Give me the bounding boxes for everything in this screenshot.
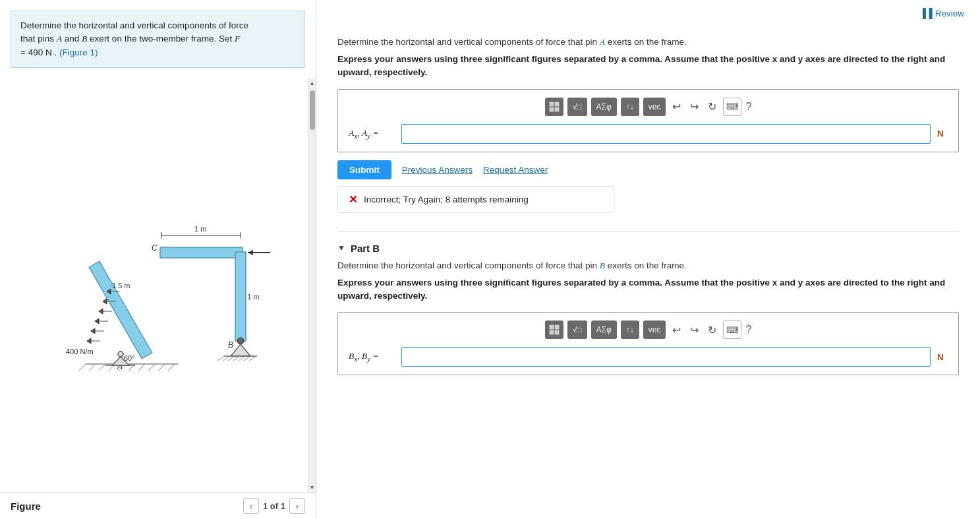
part-a-toolbar: √□ ΑΣφ ↑↓ vec ↩ ↪ ↻ ⌨ ? — [349, 98, 948, 116]
problem-text-3: and — [65, 34, 82, 44]
figure-label: Figure — [11, 501, 41, 512]
part-a-q2: exerts on the frame. — [605, 37, 687, 47]
figure-count: 1 of 1 — [263, 501, 285, 511]
part-a-question: Determine the horizontal and vertical co… — [337, 37, 959, 47]
problem-text-5: = 490 N . — [20, 47, 59, 57]
part-b-q2: exerts on the frame. — [605, 260, 687, 270]
undo-button-b[interactable]: ↩ — [670, 322, 683, 338]
part-b-section: ▼ Part B Determine the horizontal and ve… — [337, 243, 959, 376]
figure-next-button[interactable]: › — [289, 498, 305, 514]
svg-line-33 — [239, 356, 245, 361]
alpha-button-a[interactable]: ΑΣφ — [591, 98, 617, 116]
pin-b-fig: B — [228, 340, 233, 350]
part-b-label: Part B — [351, 243, 380, 254]
figure-scrollbar[interactable]: ▲ ▼ — [308, 78, 316, 492]
dim-15m: 1.5 m — [112, 282, 130, 290]
part-b-input[interactable] — [401, 347, 931, 367]
figure-nav[interactable]: ‹ 1 of 1 › — [243, 498, 305, 514]
part-a-q1: Determine the horizontal and vertical co… — [337, 37, 600, 47]
keyboard-button-a[interactable]: ⌨ — [723, 98, 741, 116]
part-b-pin: B — [600, 260, 605, 270]
part-b-label-row: ▼ Part B — [337, 243, 959, 254]
svg-line-30 — [223, 356, 229, 361]
scroll-up-arrow[interactable]: ▲ — [308, 78, 316, 88]
load-label: 400 N/m — [66, 348, 94, 355]
dim-1m-right: 1 m — [247, 293, 259, 301]
help-button-b[interactable]: ? — [745, 324, 751, 336]
part-b-unit: N — [937, 352, 948, 362]
problem-text-2: that pins — [20, 34, 57, 44]
part-a-pin: A — [600, 37, 605, 47]
alpha-label-b: ΑΣφ — [596, 325, 612, 334]
keyboard-button-b[interactable]: ⌨ — [723, 321, 741, 339]
part-a-input-row: Ax, Ay = N — [349, 124, 948, 144]
problem-text-4: exert on the two-member frame. Set — [90, 34, 235, 44]
part-b-instruction: Express your answers using three signifi… — [337, 276, 959, 303]
scrollbar-thumb[interactable] — [310, 90, 315, 130]
section-divider — [337, 231, 959, 232]
svg-rect-46 — [550, 107, 554, 111]
svg-rect-48 — [550, 325, 554, 329]
part-a-input[interactable] — [401, 124, 931, 144]
figure-header: Figure ‹ 1 of 1 › — [0, 492, 316, 519]
svg-line-35 — [249, 356, 256, 361]
svg-rect-51 — [555, 330, 559, 334]
matrix-button-b[interactable] — [545, 321, 563, 339]
arrows-label-a: ↑↓ — [626, 102, 634, 111]
part-a-request-answer[interactable]: Request Answer — [483, 165, 548, 175]
review-icon: ▐▐ — [919, 8, 933, 18]
pin-b-circle — [237, 338, 244, 344]
svg-marker-37 — [248, 250, 253, 255]
alpha-button-b[interactable]: ΑΣφ — [591, 321, 617, 339]
svg-rect-25 — [160, 247, 243, 258]
part-b-q1: Determine the horizontal and vertical co… — [337, 260, 600, 270]
dim-1m-top: 1 m — [194, 225, 206, 233]
refresh-button-a[interactable]: ↻ — [705, 99, 719, 114]
arrows-label-b: ↑↓ — [626, 325, 634, 334]
part-b-arrow[interactable]: ▼ — [337, 243, 345, 253]
part-a-section: Determine the horizontal and vertical co… — [337, 37, 959, 213]
part-b-input-label: Bx, By = — [349, 351, 395, 363]
c-label: C — [152, 243, 158, 253]
figure-prev-button[interactable]: ‹ — [243, 498, 259, 514]
refresh-button-b[interactable]: ↻ — [705, 322, 719, 338]
sqrt-label-a: √□ — [573, 102, 582, 111]
matrix-button[interactable] — [545, 98, 563, 116]
vec-button-b[interactable]: vec — [643, 321, 666, 339]
svg-rect-47 — [555, 107, 559, 111]
part-a-feedback: ✕ Incorrect; Try Again; 8 attempts remai… — [337, 186, 614, 213]
part-a-prev-answers[interactable]: Previous Answers — [402, 165, 473, 175]
undo-button-a[interactable]: ↩ — [670, 99, 683, 114]
figure-link[interactable]: (Figure 1) — [59, 47, 98, 57]
arrows-button-b[interactable]: ↑↓ — [621, 321, 639, 339]
part-b-input-row: Bx, By = N — [349, 347, 948, 367]
review-link[interactable]: ▐▐ Review — [919, 8, 964, 18]
scroll-down-arrow[interactable]: ▼ — [308, 483, 316, 492]
svg-line-4 — [99, 364, 105, 371]
help-button-a[interactable]: ? — [745, 101, 751, 113]
review-label: Review — [935, 9, 964, 18]
redo-button-a[interactable]: ↪ — [687, 99, 701, 114]
svg-line-8 — [138, 364, 145, 371]
redo-button-b[interactable]: ↪ — [687, 322, 701, 338]
problem-box: Determine the horizontal and vertical co… — [11, 11, 305, 68]
svg-marker-16 — [91, 328, 95, 334]
svg-line-9 — [148, 364, 155, 371]
figure-diagram: 400 N/m A 60° C B — [0, 78, 316, 492]
part-a-submit-button[interactable]: Submit — [337, 160, 391, 179]
sqrt-button-a[interactable]: √□ — [567, 98, 587, 116]
arrows-button-a[interactable]: ↑↓ — [621, 98, 639, 116]
svg-rect-45 — [555, 102, 559, 106]
svg-line-10 — [158, 364, 165, 371]
sqrt-button-b[interactable]: √□ — [567, 321, 587, 339]
svg-point-41 — [118, 351, 123, 357]
vec-button-a[interactable]: vec — [643, 98, 666, 116]
alpha-label-a: ΑΣφ — [596, 102, 612, 111]
vec-label-b: vec — [649, 325, 661, 334]
svg-line-34 — [244, 356, 250, 361]
part-a-unit: N — [937, 129, 948, 138]
sqrt-label-b: √□ — [573, 325, 582, 334]
part-a-input-label: Ax, Ay = — [349, 128, 395, 140]
part-a-instruction: Express your answers using three signifi… — [337, 53, 959, 80]
svg-marker-22 — [103, 299, 107, 304]
